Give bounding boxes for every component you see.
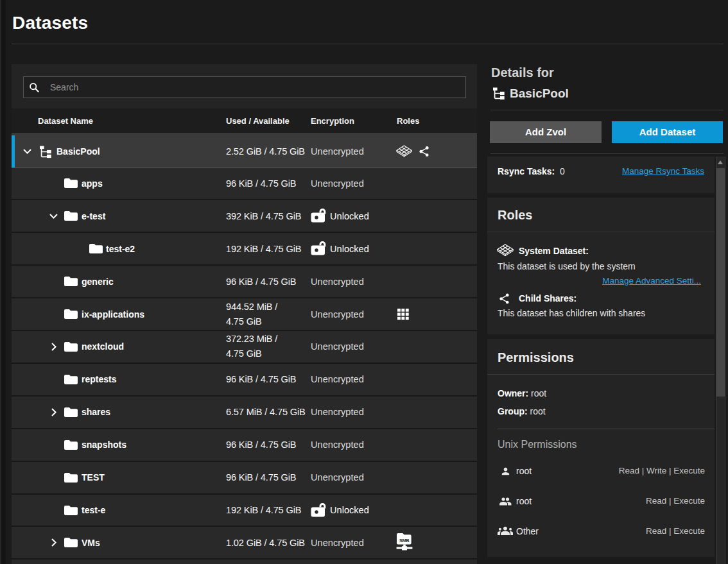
svg-text:SMB: SMB: [399, 538, 409, 543]
